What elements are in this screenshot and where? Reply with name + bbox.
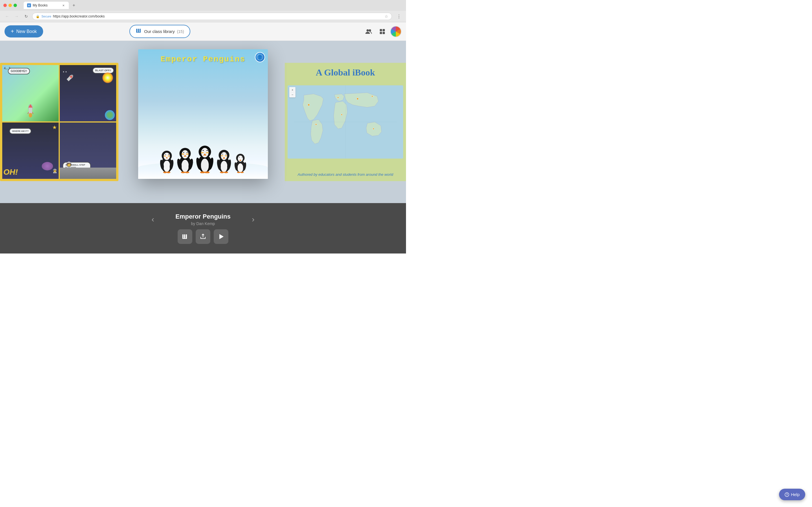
tab-close-button[interactable]: ✕ <box>61 3 65 7</box>
svg-point-85 <box>238 163 243 172</box>
window-controls <box>3 4 17 7</box>
svg-point-100 <box>308 104 310 106</box>
global-book-cover: A Global iBook <box>285 63 406 181</box>
header-actions <box>363 26 402 37</box>
svg-point-30 <box>165 154 166 155</box>
global-book-title: A Global iBook <box>285 63 406 82</box>
book-share-button[interactable] <box>196 229 210 244</box>
svg-point-46 <box>187 152 188 153</box>
planet <box>42 162 53 170</box>
book-item-right[interactable]: A Global iBook <box>285 63 406 181</box>
next-book-button[interactable]: › <box>248 214 259 225</box>
bottom-panel: ‹ Emperor Penguins by Dan Kemp › <box>0 203 406 253</box>
speech-bubble-3: WHERE AM I?? <box>9 128 31 134</box>
tab-favicon: B <box>27 3 31 7</box>
prev-book-button[interactable]: ‹ <box>147 214 158 225</box>
svg-marker-14 <box>32 112 34 114</box>
browser-menu-button[interactable]: ⋮ <box>395 13 403 20</box>
secure-icon: 🔒 <box>36 15 40 18</box>
avatar-colorful <box>391 26 401 37</box>
comic-panel-3: OH! WHERE AM I?? 🧑‍🚀 ★ <box>2 122 59 179</box>
refresh-button[interactable]: ↻ <box>22 13 30 20</box>
library-icon <box>136 27 142 35</box>
svg-rect-1 <box>138 29 139 33</box>
book-navigation: ‹ Emperor Penguins by Dan Kemp › <box>0 213 406 226</box>
svg-point-37 <box>163 172 167 173</box>
new-tab-button[interactable]: + <box>70 1 78 9</box>
svg-point-103 <box>341 114 342 115</box>
bookmark-icon[interactable]: ☆ <box>385 14 388 18</box>
svg-point-48 <box>182 154 185 155</box>
active-tab[interactable]: B My Books ✕ <box>24 2 69 9</box>
comic-panel-4: ONE SMALL STEP FOR MAN... 🧑‍🚀 <box>59 122 117 179</box>
svg-rect-8 <box>380 32 382 34</box>
svg-point-101 <box>315 124 317 125</box>
book-item-left[interactable]: 4... 3... GOODBYE!! <box>0 63 118 181</box>
penguin-book-title: Emperor Penguins <box>138 55 268 64</box>
svg-point-91 <box>242 157 242 158</box>
moon-ground <box>60 168 116 179</box>
rocket-2 <box>65 73 72 86</box>
url-text: https://app.bookcreator.com/books <box>53 14 105 18</box>
svg-point-90 <box>239 157 239 158</box>
title-bar: B My Books ✕ + <box>0 0 406 11</box>
svg-point-33 <box>164 156 166 157</box>
tab-title: My Books <box>33 3 48 7</box>
secure-label: Secure <box>42 15 51 18</box>
new-book-label: New Book <box>16 29 37 34</box>
address-bar[interactable]: 🔒 Secure https://app.bookcreator.com/boo… <box>32 13 392 20</box>
grid-view-button[interactable] <box>377 26 388 37</box>
maximize-button[interactable] <box>13 4 17 7</box>
svg-rect-110 <box>183 238 187 239</box>
svg-point-83 <box>224 172 228 173</box>
svg-point-15 <box>29 113 32 117</box>
penguins-group <box>159 143 247 173</box>
book-actions <box>177 229 229 244</box>
svg-point-53 <box>185 172 190 173</box>
svg-rect-107 <box>183 234 184 239</box>
svg-point-95 <box>237 172 241 173</box>
earth <box>105 110 115 120</box>
svg-point-104 <box>357 98 359 100</box>
svg-point-63 <box>201 152 204 154</box>
svg-point-96 <box>241 172 244 173</box>
main-content: 4... 3... GOODBYE!! <box>0 41 406 203</box>
svg-point-25 <box>163 161 170 172</box>
bang: ★ <box>52 125 56 130</box>
tab-bar: B My Books ✕ + <box>20 1 81 9</box>
map-zoom-controls: + − <box>289 87 296 98</box>
svg-point-5 <box>369 29 371 32</box>
svg-point-79 <box>225 155 227 156</box>
world-map-svg <box>288 86 403 159</box>
groups-button[interactable] <box>363 26 374 37</box>
svg-rect-0 <box>136 29 137 33</box>
svg-point-60 <box>203 150 204 151</box>
penguin-book-cover: Emperor Penguins <box>138 49 268 179</box>
penguin-2 <box>176 145 194 173</box>
rocket-1 <box>26 103 35 119</box>
back-button[interactable]: ← <box>3 13 11 20</box>
book-display-title: Emperor Penguins <box>175 213 231 220</box>
svg-point-76 <box>225 154 226 154</box>
new-book-button[interactable]: + New Book <box>4 25 43 38</box>
svg-point-40 <box>182 160 189 172</box>
svg-rect-9 <box>383 32 385 34</box>
minimize-button[interactable] <box>8 4 12 7</box>
book-library-button[interactable] <box>177 229 192 244</box>
library-name: Our class library <box>144 29 174 34</box>
forward-button[interactable]: → <box>13 13 20 20</box>
book-play-button[interactable] <box>214 229 229 244</box>
svg-marker-13 <box>27 112 29 114</box>
svg-point-38 <box>167 172 170 173</box>
svg-point-70 <box>221 161 227 172</box>
close-button[interactable] <box>3 4 7 7</box>
penguin-background: Emperor Penguins <box>138 49 268 179</box>
speech-bubble-2: BLAST OFF!! <box>93 67 114 73</box>
book-item-center[interactable]: Emperor Penguins <box>138 49 268 179</box>
library-selector[interactable]: Our class library (15) <box>130 25 190 38</box>
svg-point-64 <box>206 152 209 154</box>
book-carousel: 4... 3... GOODBYE!! <box>0 41 406 203</box>
user-avatar[interactable] <box>390 26 402 37</box>
svg-point-4 <box>366 29 369 32</box>
speech-bubble-1: GOODBYE!! <box>8 68 30 74</box>
